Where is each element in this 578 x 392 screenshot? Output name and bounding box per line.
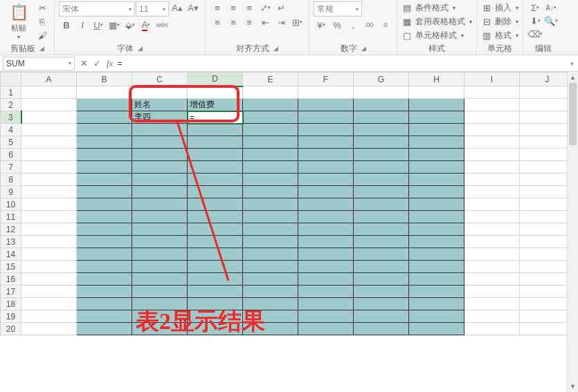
orientation-button[interactable]: ⤢▾	[258, 1, 273, 14]
cell[interactable]	[243, 198, 298, 211]
border-button[interactable]: ▦▾	[107, 19, 122, 31]
row-header[interactable]: 11	[1, 211, 21, 223]
increase-decimal-button[interactable]: .00	[361, 19, 377, 31]
column-header[interactable]: D	[188, 73, 243, 86]
cell[interactable]	[21, 223, 77, 236]
cell[interactable]	[132, 186, 188, 198]
cell[interactable]	[354, 186, 409, 198]
row-header[interactable]: 14	[1, 248, 21, 261]
table-format-button[interactable]: ▦套用表格格式▾	[401, 15, 472, 28]
row-header[interactable]: 15	[1, 261, 21, 273]
cell[interactable]	[298, 136, 354, 149]
cell[interactable]	[298, 236, 354, 248]
fill-color-button[interactable]: ⬙▾	[123, 19, 138, 31]
cell[interactable]	[409, 161, 464, 174]
cell[interactable]	[464, 273, 520, 286]
cell[interactable]	[21, 236, 77, 248]
cell[interactable]	[132, 223, 188, 236]
format-painter-button[interactable]: 🖌	[35, 29, 50, 41]
cell[interactable]	[188, 136, 243, 149]
font-color-button[interactable]: A▾	[138, 19, 154, 31]
row-header[interactable]: 12	[1, 223, 21, 236]
cell[interactable]	[132, 86, 188, 99]
cell[interactable]	[77, 211, 132, 223]
cell[interactable]	[243, 273, 298, 286]
cut-button[interactable]: ✂	[35, 1, 50, 14]
cell[interactable]	[77, 124, 132, 136]
cell[interactable]	[77, 236, 132, 248]
find-button[interactable]: 🔍▾	[543, 15, 559, 27]
cell[interactable]	[409, 323, 464, 335]
cell[interactable]	[243, 223, 298, 236]
cell[interactable]	[21, 86, 77, 99]
cell[interactable]	[409, 273, 464, 286]
cell[interactable]	[243, 211, 298, 223]
cell[interactable]	[243, 174, 298, 186]
row-header[interactable]: 10	[1, 198, 21, 211]
cell[interactable]	[77, 99, 132, 111]
cell[interactable]	[243, 310, 298, 323]
cell[interactable]	[409, 223, 464, 236]
cell[interactable]	[21, 211, 77, 223]
cell[interactable]	[77, 161, 132, 174]
cell[interactable]	[77, 286, 132, 298]
column-header[interactable]: A	[21, 73, 77, 86]
scroll-down-button[interactable]: ▼	[568, 381, 578, 392]
align-left-button[interactable]: ≡	[210, 16, 225, 28]
cell[interactable]	[354, 211, 409, 223]
cell[interactable]	[243, 99, 298, 111]
cell[interactable]	[464, 286, 520, 298]
cell[interactable]	[298, 99, 354, 111]
cell[interactable]	[77, 186, 132, 198]
cell[interactable]	[243, 261, 298, 273]
cell[interactable]	[188, 273, 243, 286]
cell[interactable]	[21, 99, 77, 111]
cell[interactable]	[77, 273, 132, 286]
cell[interactable]	[298, 161, 354, 174]
cell[interactable]	[354, 99, 409, 111]
cell[interactable]	[77, 149, 132, 161]
cell[interactable]	[409, 236, 464, 248]
currency-button[interactable]: ¥▾	[314, 19, 329, 31]
cell[interactable]	[298, 261, 354, 273]
cell[interactable]	[298, 198, 354, 211]
cell[interactable]	[188, 174, 243, 186]
cell[interactable]	[188, 161, 243, 174]
cell[interactable]	[77, 310, 132, 323]
spreadsheet-grid[interactable]: ABCDEFGHIJ12姓名增值费3李四=4567891011121314151…	[0, 72, 575, 335]
cell[interactable]	[409, 248, 464, 261]
wrap-text-button[interactable]: ↵	[273, 1, 289, 14]
cell[interactable]	[243, 286, 298, 298]
cell[interactable]	[132, 149, 188, 161]
row-header[interactable]: 16	[1, 273, 21, 286]
cell[interactable]	[354, 198, 409, 211]
cell[interactable]	[132, 136, 188, 149]
cell[interactable]	[188, 223, 243, 236]
cell[interactable]	[21, 149, 77, 161]
cell[interactable]	[298, 310, 354, 323]
autosum-button[interactable]: Σ▾	[527, 1, 543, 14]
cell[interactable]	[409, 111, 464, 124]
cell[interactable]	[243, 298, 298, 310]
cell[interactable]	[298, 273, 354, 286]
select-all-corner[interactable]	[1, 73, 21, 86]
cell[interactable]	[354, 161, 409, 174]
cell[interactable]	[243, 149, 298, 161]
cell[interactable]	[21, 186, 77, 198]
cell[interactable]	[243, 161, 298, 174]
row-header[interactable]: 18	[1, 298, 21, 310]
copy-button[interactable]: ⎘	[35, 15, 50, 28]
cell[interactable]	[464, 298, 520, 310]
name-box[interactable]: SUM ▾	[3, 57, 75, 71]
cell[interactable]	[298, 248, 354, 261]
cell[interactable]	[243, 136, 298, 149]
cell[interactable]	[21, 174, 77, 186]
cell[interactable]: 增值费	[188, 99, 243, 111]
cell[interactable]	[409, 149, 464, 161]
cell[interactable]	[132, 124, 188, 136]
cell[interactable]	[354, 286, 409, 298]
cell[interactable]	[409, 286, 464, 298]
cell[interactable]	[21, 161, 77, 174]
cell[interactable]	[132, 286, 188, 298]
cell[interactable]	[77, 261, 132, 273]
